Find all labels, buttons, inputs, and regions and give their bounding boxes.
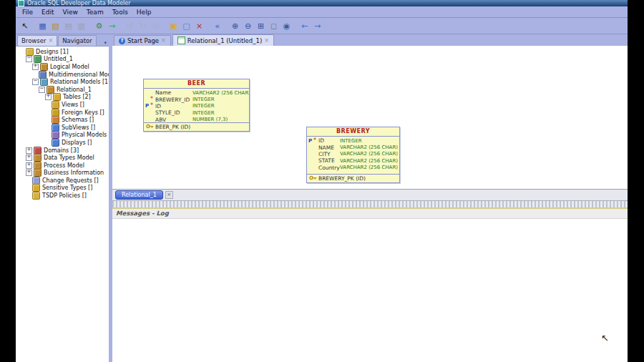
entity-keys: BREWERY_PK (ID) [307,174,399,182]
column-datatype: VARCHAR2 (256 CHAR) [340,158,398,164]
tree-item-subviews[interactable]: SubViews [] [17,124,109,132]
save-all-icon[interactable]: ▥ [75,20,87,32]
tree-item-views[interactable]: Views [] [17,101,109,109]
navigate-back-icon[interactable]: ← [298,20,311,32]
tree-item-untitled-1[interactable]: −Untitled_1 [17,56,109,64]
tree-item-multidimensional-models[interactable]: Multidimensional Models [] [17,71,109,79]
change-requests-icon [32,177,40,185]
column-name: NAME [318,145,340,151]
open-folder-icon[interactable]: ▣ [167,20,180,32]
engineer-to-logical-icon[interactable]: ⚙ [93,20,105,32]
expand-icon[interactable]: + [26,155,32,161]
tree-item-displays[interactable]: Displays [] [17,139,109,147]
tree-item-label: Relational_1 [57,87,92,93]
main-area: ?Start Page×Relational_1 (Untitled_1)× B… [112,34,628,362]
fit-to-window-icon[interactable]: ⊞ [255,20,267,32]
doc-tab-start-page[interactable]: ?Start Page× [114,35,171,46]
entity-brewery[interactable]: BREWERYP*IDINTEGERNAMEVARCHAR2 (256 CHAR… [306,127,400,183]
tree-item-relational-models-1[interactable]: −Relational Models [1] [17,78,109,86]
tree-item-business-information[interactable]: +Business Information [17,170,109,177]
entity-beer[interactable]: BEERNameVARCHAR2 (256 CHAR)*BREWERY_IDIN… [143,79,250,132]
tree-item-label: Process Model [44,162,84,169]
close-icon[interactable]: × [264,38,269,44]
tree-item-process-model[interactable]: +Process Model [17,162,109,170]
tree-item-designs-1[interactable]: Designs [1] [17,48,109,56]
tree-item-logical-model[interactable]: +Logical Model [17,63,109,71]
pointer-icon[interactable]: ↖ [19,20,31,32]
tree-item-change-requests[interactable]: Change Requests [] [17,177,109,185]
tree-item-physical-models[interactable]: Physical Models [] [17,132,109,140]
doc-tab-relational-1-untitled-1[interactable]: Relational_1 (Untitled_1)× [172,34,274,46]
menu-view[interactable]: View [59,8,82,16]
menu-team[interactable]: Team [82,8,108,16]
default-size-icon[interactable]: ◻ [268,20,280,32]
refresh-icon[interactable]: ⊙ [150,20,162,32]
menu-help[interactable]: Help [132,8,156,16]
screenshot-icon[interactable]: ▢ [180,20,192,32]
diagram-tab-close-icon[interactable]: × [165,191,173,199]
open-icon[interactable]: ▧ [49,20,62,32]
expand-icon[interactable]: + [32,64,39,70]
designs-folder-icon [26,48,34,56]
menu-file[interactable]: File [18,8,37,16]
tree-item-relational-1[interactable]: −Relational_1 [17,86,109,94]
tree-item-schemas[interactable]: Schemas [] [17,116,109,124]
panel-tab-navigator[interactable]: Navigator [58,35,97,46]
diagram-tab-strip: Relational_1 × [112,189,628,200]
engineer-to-relational-icon[interactable]: → [106,20,118,32]
primary-key-label: BEER_PK (ID) [155,124,190,130]
panel-tab-browser[interactable]: Browser× [17,35,57,46]
panel-menu-chevron-icon[interactable]: ▾ [104,40,107,46]
collapse-icon[interactable]: − [39,87,45,93]
mouse-cursor: ↖ [601,333,609,343]
zoom-out-icon[interactable]: ⊖ [242,20,254,32]
save-icon[interactable]: ▤ [62,20,74,32]
title-bar: Oracle SQL Developer Data Modeler [16,0,628,6]
expand-icon[interactable]: + [26,170,32,176]
multidimensional-models-icon [39,71,47,79]
tsdp-policies-icon [32,192,40,200]
tables-folder-icon [53,93,61,101]
tree-item-sensitive-types[interactable]: Sensitive Types [] [17,185,109,192]
subviews-icon [52,124,59,132]
messages-log-header: Messages - Log [112,209,628,219]
tree-item-label: SubViews [] [62,124,95,131]
menu-tools[interactable]: Tools [108,8,132,16]
tree-item-data-types-model[interactable]: +Data Types Model [17,154,109,162]
menu-edit[interactable]: Edit [37,8,58,16]
diagram-canvas[interactable]: BEERNameVARCHAR2 (256 CHAR)*BREWERY_IDIN… [112,46,628,189]
column-datatype: VARCHAR2 (256 CHAR) [192,90,249,96]
undo-icon[interactable]: ↺ [124,20,136,32]
expand-icon[interactable]: + [45,94,52,100]
search-icon[interactable]: ◉ [280,20,293,32]
column-name: ID [318,137,340,144]
browser-panel: Browser×Navigator▾ Designs [1]−Untitled_… [16,34,109,362]
zoom-in-icon[interactable]: ⊕ [229,20,241,32]
collapse-all-icon[interactable]: « [211,20,223,32]
tree-item-domains-3[interactable]: +Domains [3] [17,147,109,155]
entity-columns: NameVARCHAR2 (256 CHAR)*BREWERY_IDINTEGE… [144,89,249,122]
expand-icon[interactable]: + [26,147,32,154]
close-icon[interactable]: × [161,38,166,44]
column-name: ABV [155,117,192,122]
screen: { "window": { "title": "Oracle SQL Devel… [0,0,644,362]
tree-item-tables-2[interactable]: +Tables [2] [17,94,109,102]
tree-item-tsdp-policies[interactable]: TSDP Policies [] [17,192,109,200]
tree-item-label: Relational Models [1] [50,79,109,85]
close-icon[interactable]: × [48,38,53,44]
column-name: CITY [318,151,340,157]
new-diagram-icon[interactable]: ▦ [36,20,49,32]
delete-icon[interactable]: × [193,20,205,32]
column-datatype: VARCHAR2 (256 CHAR) [340,145,398,150]
tree-item-label: Change Requests [] [42,177,99,184]
column-datatype: INTEGER [340,138,362,144]
collapse-icon[interactable]: − [26,56,32,62]
redo-icon[interactable]: ↻ [137,20,149,32]
horizontal-splitter[interactable] [112,200,628,209]
navigate-forward-icon[interactable]: → [311,20,323,32]
column-row-city: CITYVARCHAR2 (256 CHAR) [307,151,399,157]
expand-icon[interactable]: + [26,162,32,169]
tree-item-foreign-keys[interactable]: Foreign Keys [] [17,109,109,117]
collapse-icon[interactable]: − [32,79,39,85]
diagram-tab-relational-1[interactable]: Relational_1 [115,190,163,200]
